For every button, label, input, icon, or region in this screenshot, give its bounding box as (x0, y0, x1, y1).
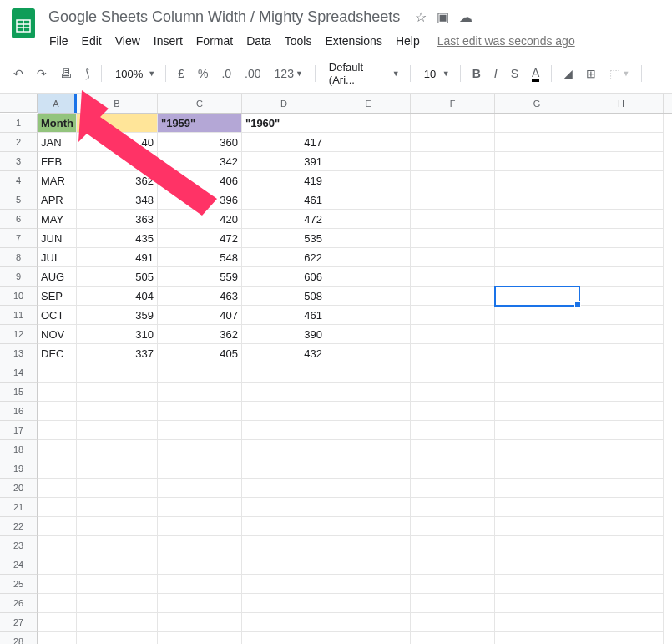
cell[interactable] (158, 536, 242, 555)
cell[interactable] (38, 459, 77, 479)
cell[interactable] (77, 575, 158, 594)
cell[interactable]: 559 (158, 267, 242, 287)
cell[interactable] (411, 248, 495, 267)
cell[interactable] (326, 152, 411, 171)
cell[interactable] (579, 287, 664, 306)
cell[interactable] (158, 363, 242, 383)
undo-button[interactable]: ↶ (8, 63, 28, 84)
cell[interactable] (326, 479, 411, 498)
col-header-E[interactable]: E (326, 94, 411, 113)
cell[interactable] (411, 613, 495, 632)
cell[interactable] (326, 325, 411, 344)
cell[interactable] (579, 555, 664, 575)
cell[interactable] (495, 306, 579, 325)
redo-button[interactable]: ↷ (32, 63, 52, 84)
cell[interactable]: 396 (158, 190, 242, 210)
cell[interactable] (38, 421, 77, 440)
cell[interactable] (326, 229, 411, 248)
row-header[interactable]: 7 (0, 229, 38, 248)
cell[interactable] (579, 152, 664, 171)
cell[interactable] (495, 383, 579, 402)
cell[interactable] (77, 613, 158, 632)
cell[interactable]: 363 (77, 210, 158, 229)
menu-file[interactable]: File (43, 31, 74, 51)
row-header[interactable]: 25 (0, 575, 38, 594)
cell[interactable] (158, 421, 242, 440)
cell[interactable] (579, 267, 664, 287)
cell[interactable] (326, 459, 411, 479)
menu-data[interactable]: Data (240, 31, 277, 51)
cell[interactable]: 548 (158, 248, 242, 267)
cell[interactable]: 405 (158, 344, 242, 363)
menu-format[interactable]: Format (190, 31, 239, 51)
cell[interactable] (411, 190, 495, 210)
col-header-D[interactable]: D (242, 94, 326, 113)
cell[interactable]: 472 (242, 210, 326, 229)
col-header-C[interactable]: C (158, 94, 242, 113)
cell[interactable] (158, 383, 242, 402)
cell[interactable] (242, 594, 326, 613)
row-header[interactable]: 3 (0, 152, 38, 171)
print-button[interactable]: 🖶 (55, 63, 77, 84)
cell[interactable] (411, 594, 495, 613)
row-header[interactable]: 2 (0, 133, 38, 152)
cell[interactable] (411, 575, 495, 594)
cell[interactable] (411, 440, 495, 459)
cell[interactable]: SEP (38, 287, 77, 306)
cell[interactable] (158, 440, 242, 459)
cell[interactable]: OCT (38, 306, 77, 325)
cell[interactable] (326, 421, 411, 440)
cell[interactable] (158, 613, 242, 632)
cell[interactable]: 359 (77, 306, 158, 325)
col-header-F[interactable]: F (411, 94, 495, 113)
cell[interactable] (495, 114, 579, 133)
cell[interactable] (326, 306, 411, 325)
row-header[interactable]: 5 (0, 190, 38, 210)
select-all-corner[interactable] (0, 94, 38, 113)
cell[interactable]: "1959" (158, 114, 242, 133)
cell[interactable] (579, 613, 664, 632)
cell[interactable] (242, 402, 326, 421)
cell[interactable]: 420 (158, 210, 242, 229)
strike-button[interactable]: S (506, 63, 523, 84)
cell[interactable] (579, 421, 664, 440)
cell[interactable]: 461 (242, 306, 326, 325)
cell[interactable] (411, 325, 495, 344)
increase-decimal-button[interactable]: .00 (240, 63, 265, 84)
bold-button[interactable]: B (467, 63, 486, 84)
cell[interactable] (242, 498, 326, 517)
cell[interactable] (579, 402, 664, 421)
row-header[interactable]: 10 (0, 287, 38, 306)
col-header-H[interactable]: H (579, 94, 664, 113)
cell[interactable] (38, 613, 77, 632)
row-header[interactable]: 16 (0, 402, 38, 421)
cell[interactable] (158, 575, 242, 594)
row-header[interactable]: 17 (0, 421, 38, 440)
cell[interactable] (495, 152, 579, 171)
cell[interactable] (77, 536, 158, 555)
cell[interactable] (579, 114, 664, 133)
cell[interactable] (495, 555, 579, 575)
cell[interactable]: MAY (38, 210, 77, 229)
cell[interactable] (411, 479, 495, 498)
cell[interactable] (495, 133, 579, 152)
cell[interactable] (326, 440, 411, 459)
row-header[interactable]: 20 (0, 479, 38, 498)
cell[interactable] (411, 632, 495, 644)
cell[interactable] (38, 363, 77, 383)
cell[interactable] (579, 498, 664, 517)
cell[interactable] (411, 421, 495, 440)
last-edit-link[interactable]: Last edit was seconds ago (437, 34, 575, 48)
cell[interactable] (242, 575, 326, 594)
cell[interactable] (158, 459, 242, 479)
cell[interactable]: JUN (38, 229, 77, 248)
cell[interactable]: 404 (77, 287, 158, 306)
cell[interactable] (579, 363, 664, 383)
cell[interactable] (77, 594, 158, 613)
cell[interactable]: MAR (38, 171, 77, 190)
cell[interactable] (495, 517, 579, 536)
cell[interactable] (579, 344, 664, 363)
cell[interactable] (77, 555, 158, 575)
cell[interactable] (411, 267, 495, 287)
cell[interactable] (411, 555, 495, 575)
